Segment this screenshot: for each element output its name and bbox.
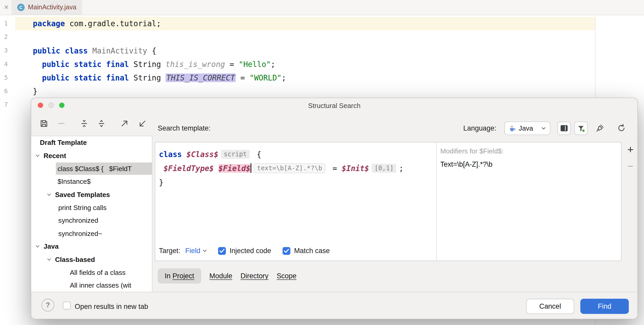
footer-divider — [31, 292, 637, 292]
chevron-down-icon[interactable] — [202, 248, 207, 254]
scope-tab-module[interactable]: Module — [209, 272, 232, 280]
line-number: 6 — [4, 85, 15, 98]
keyword: package — [33, 19, 70, 28]
keyword: public static final — [33, 73, 129, 82]
chevron-down-icon[interactable] — [46, 192, 52, 198]
find-button[interactable]: Find — [580, 299, 629, 314]
scope-tab-in-project[interactable]: In Project — [158, 268, 201, 283]
keyword: public static final — [33, 60, 129, 69]
match-case-label[interactable]: Match case — [294, 247, 330, 255]
add-modifier-button[interactable]: + — [626, 144, 635, 155]
editor-tab-mainactivity[interactable]: C MainActivity.java — [11, 0, 82, 15]
tree-item-synchronized2[interactable]: synchronized~ — [31, 227, 152, 240]
pin-icon — [595, 123, 605, 133]
toggle-modifiers-panel-button[interactable] — [557, 121, 571, 135]
search-template-editor[interactable]: class $Class$script { $FieldType$ $Field… — [155, 142, 621, 261]
scope-tab-directory[interactable]: Directory — [240, 272, 269, 280]
brace: } — [159, 178, 164, 187]
arrow-up-right-icon — [120, 119, 129, 128]
count-filter-badge[interactable]: [0,1] — [372, 164, 397, 173]
tree-group-class-based[interactable]: Class-based — [31, 253, 152, 266]
indent — [159, 164, 164, 173]
string-literal: "WORLD" — [250, 73, 281, 82]
code-line-6: } — [33, 85, 38, 98]
text-caret — [250, 163, 251, 173]
line-number: 4 — [4, 57, 15, 71]
chevron-down-icon[interactable] — [46, 256, 52, 263]
expand-all-icon[interactable] — [97, 119, 106, 128]
type: String — [129, 60, 165, 69]
tab-title: MainActivity.java — [28, 4, 77, 11]
field-variable-selected: $Field$ — [218, 164, 250, 173]
java-icon — [508, 125, 516, 132]
check-icon — [219, 249, 225, 253]
code-line-3: public class MainActivity { — [33, 44, 157, 57]
minus-icon — [58, 123, 64, 124]
injected-code-checkbox[interactable] — [218, 247, 226, 255]
save-template-icon[interactable] — [39, 119, 49, 128]
open-results-label[interactable]: Open results in new tab — [75, 303, 148, 311]
match-case-checkbox[interactable] — [283, 247, 290, 255]
language-value: Java — [519, 124, 538, 132]
help-button[interactable]: ? — [42, 299, 54, 312]
filter-icon — [577, 124, 585, 132]
brace: { — [147, 46, 156, 55]
line-number: 1 — [4, 17, 15, 30]
import-template-icon[interactable] — [138, 119, 147, 128]
floppy-icon — [39, 119, 49, 128]
injected-code-label[interactable]: Injected code — [230, 247, 271, 255]
tree-group-recent[interactable]: Recent — [31, 149, 152, 162]
type: String — [129, 73, 165, 82]
tree-item-all-fields-of-class[interactable]: All fields of a class — [31, 266, 152, 279]
cancel-button[interactable]: Cancel — [526, 299, 574, 314]
string-literal: "Hello" — [239, 60, 271, 69]
check-icon — [284, 249, 289, 253]
target-dropdown[interactable]: Field — [185, 247, 200, 255]
brace: { — [252, 150, 261, 159]
tree-item-class-field-selected[interactable]: class $Class$ { $FieldT — [31, 162, 152, 175]
class-variable: $Class$ — [186, 150, 218, 159]
scope-tab-scope[interactable]: Scope — [277, 272, 296, 280]
script-badge[interactable]: script — [221, 150, 250, 159]
template-line-2: $FieldType$ $Field$text=\b[A-Z].*?\b = $… — [159, 162, 404, 175]
tree-group-saved-templates[interactable]: Saved Templates — [31, 188, 152, 201]
open-results-checkbox[interactable] — [63, 302, 71, 309]
line-number: 7 — [4, 98, 15, 112]
chevron-down-icon[interactable] — [35, 243, 41, 250]
close-tab-icon[interactable]: ✕ — [4, 4, 9, 11]
brace: } — [33, 87, 38, 96]
package-name: com.gradle.tutorial; — [69, 19, 161, 28]
assign: = — [236, 73, 250, 82]
filter-button[interactable] — [574, 121, 588, 135]
text-filter-badge[interactable]: text=\b[A-Z].*?\b — [254, 163, 325, 173]
tree-item-draft-template[interactable]: Draft Template — [31, 136, 152, 149]
template-line-3: } — [159, 176, 164, 189]
target-label: Target: — [159, 247, 180, 255]
tree-item-synchronized[interactable]: synchronized — [31, 214, 152, 227]
remove-modifier-button[interactable]: − — [626, 161, 635, 172]
modifiers-value: Text=\b[A-Z].*?\b — [440, 160, 493, 169]
init-variable: $Init$ — [342, 164, 369, 173]
export-template-icon[interactable] — [120, 119, 129, 128]
tree-group-java[interactable]: Java — [31, 240, 152, 253]
tree-item-instance[interactable]: $Instance$ — [31, 175, 152, 188]
chevron-down-icon — [541, 126, 546, 131]
remove-template-icon[interactable] — [57, 119, 66, 128]
line-number: 3 — [4, 44, 15, 57]
tree-item-all-inner-classes[interactable]: All inner classes (wit — [31, 279, 152, 292]
semicolon: ; — [281, 73, 286, 82]
semicolon: ; — [271, 60, 276, 69]
reset-button[interactable] — [616, 123, 627, 133]
chevron-down-icon[interactable] — [35, 153, 41, 159]
language-label: Language: — [463, 124, 496, 133]
template-tree: Draft Template Recent class $Class$ { $F… — [31, 136, 152, 292]
arrow-down-left-icon — [138, 119, 147, 128]
pin-dialog-button[interactable] — [595, 123, 605, 133]
scope-tabs: In Project Module Directory Scope — [158, 268, 296, 283]
language-dropdown[interactable]: Java — [504, 121, 550, 135]
collapse-all-icon[interactable] — [80, 119, 89, 128]
tree-item-print-string-calls[interactable]: print String calls — [31, 201, 152, 214]
editor-tab-bar: ✕ C MainActivity.java — [0, 0, 644, 15]
field-name: this_is_wrong — [165, 60, 225, 69]
dialog-title: Structural Search — [31, 102, 637, 110]
